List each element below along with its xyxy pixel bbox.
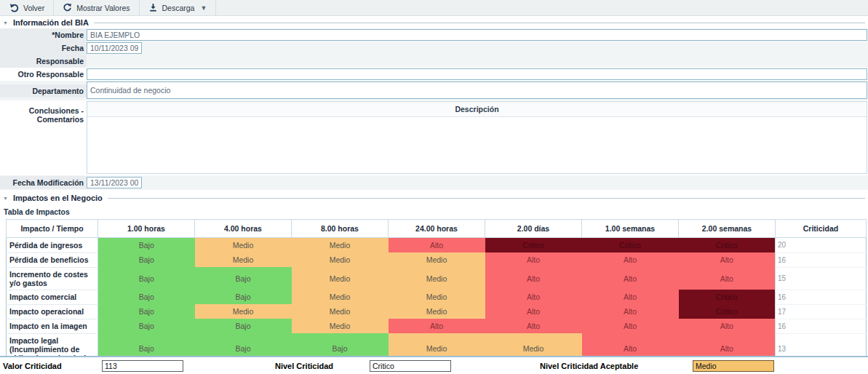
table-row: Impacto comercialBajoBajoMedioMedioAltoA…: [7, 290, 867, 304]
column-header: 1.00 semanas: [582, 220, 679, 238]
valor-criticidad-input[interactable]: [102, 360, 183, 372]
valor-criticidad-label: Valor Criticidad: [3, 362, 102, 370]
impact-cell[interactable]: Alto: [485, 304, 582, 319]
impact-cell[interactable]: Medio: [389, 252, 485, 267]
form-row-nombre: *Nombre: [0, 28, 868, 41]
descripcion-editor[interactable]: Descripción: [87, 101, 867, 174]
impact-cell[interactable]: Bajo: [98, 290, 195, 304]
summary-bar: Valor Criticidad Nivel Criticidad Nivel …: [0, 356, 868, 374]
impact-cell[interactable]: Alto: [485, 319, 582, 333]
column-header: 1.00 horas: [98, 220, 195, 238]
impact-cell[interactable]: Medio: [389, 267, 485, 290]
form-row-fecha: Fecha: [0, 41, 868, 55]
impact-cell[interactable]: Alto: [389, 238, 485, 253]
impact-cell[interactable]: Medio: [195, 252, 292, 267]
collapse-triangle-icon[interactable]: ▼: [3, 20, 8, 25]
departamento-input[interactable]: [87, 81, 867, 99]
impact-cell[interactable]: Bajo: [195, 319, 292, 333]
volver-button[interactable]: Volver: [0, 0, 54, 15]
form-row-responsable: Responsable: [0, 55, 868, 68]
section-impactos-title: Impactos en el Negocio: [13, 194, 103, 202]
descripcion-editor-body[interactable]: [87, 117, 867, 174]
impact-cell[interactable]: Critico: [679, 304, 776, 319]
download-icon: [148, 3, 158, 12]
impact-cell[interactable]: Alto: [485, 252, 582, 267]
impact-cell[interactable]: Alto: [582, 319, 679, 333]
undo-icon: [9, 3, 19, 12]
impact-cell[interactable]: Critico: [485, 238, 582, 253]
impact-cell[interactable]: Bajo: [98, 319, 195, 333]
impact-cell[interactable]: Medio: [389, 290, 485, 304]
collapse-triangle-icon[interactable]: ▼: [3, 196, 8, 201]
impact-cell[interactable]: Medio: [195, 238, 292, 253]
impact-cell[interactable]: Medio: [389, 304, 485, 319]
row-label: Pérdida de ingresos: [7, 238, 98, 253]
impact-cell[interactable]: Medio: [292, 238, 389, 253]
impact-cell[interactable]: Alto: [389, 319, 485, 333]
impact-cell[interactable]: Alto: [679, 267, 776, 290]
section-info-header[interactable]: ▼ Información del BIA: [0, 16, 868, 28]
impact-cell[interactable]: Alto: [679, 252, 776, 267]
impact-cell[interactable]: Bajo: [195, 267, 292, 290]
nivel-criticidad-label: Nivel Criticidad: [275, 362, 370, 370]
section-divider: [94, 23, 865, 23]
column-header: 8.00 horas: [292, 220, 389, 238]
impact-cell[interactable]: Alto: [582, 290, 679, 304]
impact-cell[interactable]: Bajo: [98, 252, 195, 267]
descarga-button[interactable]: Descarga ▼: [140, 0, 217, 15]
mostrar-valores-label: Mostrar Valores: [76, 4, 130, 12]
impact-cell[interactable]: Medio: [292, 267, 389, 290]
descripcion-editor-header: Descripción: [87, 102, 867, 117]
impact-cell[interactable]: Medio: [292, 252, 389, 267]
nivel-criticidad-input[interactable]: [370, 360, 451, 372]
criticidad-cell: 17: [776, 304, 867, 319]
mostrar-valores-button[interactable]: Mostrar Valores: [54, 0, 139, 15]
impact-cell[interactable]: Critico: [679, 238, 776, 253]
impact-cell[interactable]: Critico: [582, 238, 679, 253]
fecha-input[interactable]: [87, 42, 142, 54]
column-header: Criticidad: [776, 220, 867, 238]
section-impactos-header[interactable]: ▼ Impactos en el Negocio: [0, 191, 868, 204]
impact-cell[interactable]: Bajo: [98, 304, 195, 319]
column-header: 4.00 horas: [195, 220, 292, 238]
criticidad-cell: 16: [776, 319, 867, 333]
otro-responsable-input[interactable]: [87, 68, 867, 80]
bia-app: Volver Mostrar Valores Descarga ▼: [0, 0, 868, 374]
chevron-down-icon: ▼: [200, 4, 207, 12]
impact-cell[interactable]: Bajo: [98, 267, 195, 290]
column-header: 2.00 días: [485, 220, 582, 238]
nivel-criticidad-aceptable-label: Nivel Criticidad Aceptable: [540, 362, 693, 370]
impact-cell[interactable]: Alto: [582, 304, 679, 319]
nombre-input[interactable]: [87, 29, 867, 41]
impact-cell[interactable]: Alto: [679, 319, 776, 333]
impact-cell[interactable]: Bajo: [98, 238, 195, 253]
row-label: Impacto operacional: [7, 304, 98, 319]
refresh-icon: [63, 3, 72, 12]
impact-table-body: Pérdida de ingresosBajoMedioMedioAltoCri…: [7, 238, 867, 374]
impact-cell[interactable]: Critico: [679, 290, 776, 304]
form-row-fecha-modificacion: Fecha Modificación: [0, 175, 868, 190]
fecha-modificacion-input[interactable]: [87, 177, 142, 188]
row-label: Incremento de costes y/o gastos: [7, 267, 98, 290]
nombre-label: *Nombre: [0, 28, 87, 41]
impact-cell[interactable]: Medio: [292, 290, 389, 304]
impact-cell[interactable]: Alto: [485, 290, 582, 304]
responsable-label: Responsable: [0, 55, 87, 68]
column-header: 24.00 horas: [389, 220, 485, 238]
impact-cell[interactable]: Alto: [582, 267, 679, 290]
impact-cell[interactable]: Medio: [292, 304, 389, 319]
column-header: Impacto / Tiempo: [7, 220, 98, 238]
nivel-criticidad-aceptable-input[interactable]: [693, 360, 774, 372]
table-caption: Tabla de Impactos: [0, 204, 868, 219]
criticidad-cell: 20: [776, 238, 867, 253]
impact-table: Impacto / Tiempo1.00 horas4.00 horas8.00…: [6, 219, 867, 374]
impact-cell[interactable]: Bajo: [195, 290, 292, 304]
impact-cell[interactable]: Alto: [485, 267, 582, 290]
table-row: Impacto operacionalBajoMedioMedioMedioAl…: [7, 304, 867, 319]
impact-cell[interactable]: Alto: [582, 252, 679, 267]
impact-cell[interactable]: Medio: [292, 319, 389, 333]
criticidad-cell: 16: [776, 290, 867, 304]
toolbar: Volver Mostrar Valores Descarga ▼: [0, 0, 868, 16]
impact-cell[interactable]: Medio: [195, 304, 292, 319]
volver-label: Volver: [23, 4, 44, 12]
